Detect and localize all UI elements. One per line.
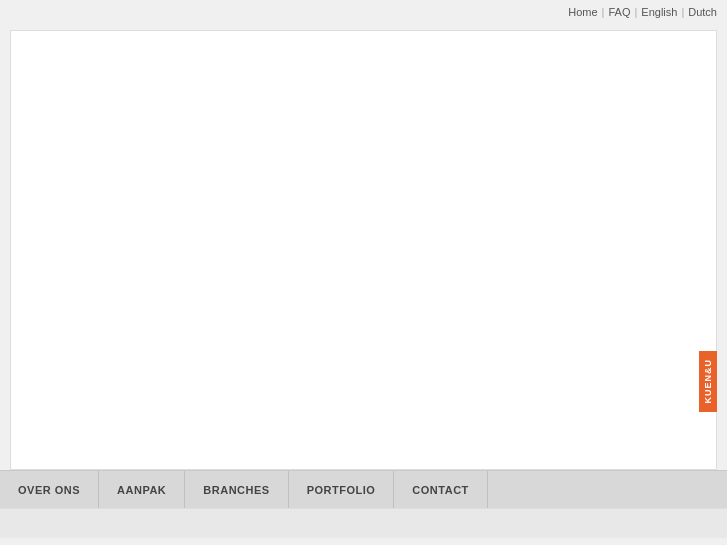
english-link[interactable]: English: [641, 6, 677, 18]
nav-item-over-ons[interactable]: OVER ONS: [0, 471, 99, 508]
dutch-link[interactable]: Dutch: [688, 6, 717, 18]
bottom-strip: [0, 508, 727, 538]
separator-2: |: [634, 6, 637, 18]
main-content: KUEN&U: [10, 30, 717, 470]
bottom-nav: OVER ONS AANPAK BRANCHES PORTFOLIO CONTA…: [0, 470, 727, 508]
top-bar-links: Home | FAQ | English | Dutch: [568, 6, 717, 18]
side-tab[interactable]: KUEN&U: [699, 351, 717, 412]
side-tab-label: KUEN&U: [703, 359, 713, 404]
home-link[interactable]: Home: [568, 6, 597, 18]
nav-item-branches[interactable]: BRANCHES: [185, 471, 288, 508]
nav-item-aanpak[interactable]: AANPAK: [99, 471, 185, 508]
separator-3: |: [681, 6, 684, 18]
top-bar: Home | FAQ | English | Dutch: [0, 0, 727, 24]
faq-link[interactable]: FAQ: [608, 6, 630, 18]
separator-1: |: [602, 6, 605, 18]
nav-item-portfolio[interactable]: PORTFOLIO: [289, 471, 395, 508]
nav-item-contact[interactable]: CONTACT: [394, 471, 487, 508]
